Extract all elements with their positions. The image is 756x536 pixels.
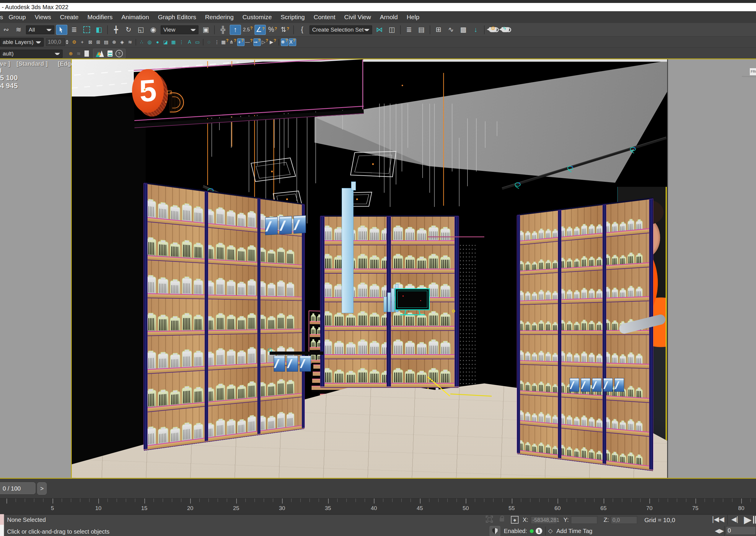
- snap-dots-icon[interactable]: ⋮: [213, 38, 221, 46]
- window-crossing-icon[interactable]: ◧: [93, 25, 105, 35]
- menu-item-create[interactable]: Create: [55, 11, 83, 23]
- face-snap-icon[interactable]: ▷: [261, 38, 269, 46]
- spinner-arrows[interactable]: [66, 40, 69, 44]
- z-field[interactable]: 0,0: [611, 516, 637, 524]
- align-icon[interactable]: ◫: [386, 25, 397, 35]
- keyboard-override-icon[interactable]: ↑: [230, 25, 241, 35]
- add-layer-icon[interactable]: ⊕: [67, 50, 74, 57]
- help-icon[interactable]: ?: [116, 50, 123, 57]
- menu-item-modifiers[interactable]: Modifiers: [83, 11, 117, 23]
- absolute-mode-icon[interactable]: ◆: [511, 516, 519, 523]
- viewport-label-pov[interactable]: ve ]: [0, 60, 10, 67]
- dots-column-icon[interactable]: ⋮: [178, 38, 185, 46]
- angle-snap-icon[interactable]: ∠: [255, 25, 266, 35]
- isolate-selection-icon[interactable]: [486, 516, 493, 523]
- preset-dropdown[interactable]: ault): [0, 50, 63, 58]
- menu-item-s[interactable]: s: [0, 11, 4, 23]
- schematic-view-icon[interactable]: ∿: [445, 25, 457, 35]
- layer-properties-icon[interactable]: ▤: [102, 38, 110, 46]
- select-move-icon[interactable]: ╋: [111, 25, 122, 35]
- select-by-name-icon[interactable]: ≣: [69, 25, 80, 35]
- clone-align-icon[interactable]: ◪: [162, 38, 169, 46]
- x-field[interactable]: -58348,281: [531, 516, 557, 524]
- viewport-scene[interactable]: 5Getto nextlevel: [72, 59, 667, 478]
- viewport-right-wall[interactable]: [668, 59, 756, 478]
- endpoint-snap-icon[interactable]: ▶: [269, 38, 277, 46]
- menu-item-help[interactable]: Help: [402, 11, 424, 23]
- midpoint-snap-icon[interactable]: ⊸: [254, 38, 261, 46]
- axis-constraint-icon[interactable]: X: [289, 38, 296, 46]
- spacing-tool-icon[interactable]: ●: [154, 38, 161, 46]
- pivot-snap-icon[interactable]: ⋔: [229, 38, 237, 46]
- new-layer-icon[interactable]: ⊕: [111, 38, 118, 46]
- menu-item-rendering[interactable]: Rendering: [200, 11, 238, 23]
- menu-item-animation[interactable]: Animation: [117, 11, 153, 23]
- add-to-layer-icon[interactable]: +: [79, 38, 86, 46]
- render-frame-icon[interactable]: ↓: [470, 25, 481, 35]
- select-rotate-icon[interactable]: ↻: [123, 25, 134, 35]
- snap-frozen-icon[interactable]: ❄: [281, 38, 288, 46]
- layer-list-icon[interactable]: ≋: [126, 38, 134, 46]
- vertex-snap-icon[interactable]: +: [237, 38, 245, 46]
- title-bar[interactable]: - Autodesk 3ds Max 2022: [0, 3, 756, 11]
- select-scale-icon[interactable]: ◱: [135, 25, 147, 35]
- menu-item-views[interactable]: Views: [30, 11, 55, 23]
- select-place-icon[interactable]: ◉: [148, 25, 159, 35]
- play-button[interactable]: ▶: [741, 514, 754, 525]
- measure-icon[interactable]: ▭: [194, 38, 201, 46]
- menu-item-group[interactable]: Group: [4, 11, 30, 23]
- edge-snap-icon[interactable]: —: [245, 38, 253, 46]
- report-document-icon[interactable]: [108, 50, 113, 57]
- mirror-icon[interactable]: ⋈: [374, 25, 385, 35]
- current-frame-field[interactable]: 0: [726, 526, 756, 535]
- key-mode-toggle[interactable]: ◀▶: [713, 527, 725, 534]
- mini-listener[interactable]: [0, 514, 4, 536]
- layers-dropdown[interactable]: able Layers): [0, 38, 44, 47]
- menu-item-arnold[interactable]: Arnold: [375, 11, 402, 23]
- copy-layer-icon[interactable]: ⊞: [94, 38, 102, 46]
- bind-spacewarp-icon[interactable]: ≋: [13, 25, 24, 35]
- time-slider[interactable]: 0 / 100: [0, 482, 35, 494]
- viewport-label-renderer[interactable]: [Standard ]: [17, 60, 48, 67]
- enabled-count-badge[interactable]: 1: [536, 528, 542, 534]
- array-icon[interactable]: ∴: [138, 38, 145, 46]
- activeshade-teapot-icon[interactable]: ϟ: [500, 25, 511, 35]
- snaps-toggle-icon[interactable]: 2.5: [242, 25, 254, 35]
- y-field[interactable]: [571, 516, 598, 524]
- percent-snap-icon[interactable]: %: [267, 25, 278, 35]
- selection-region-icon[interactable]: [81, 25, 92, 35]
- circle-dots-icon[interactable]: ◌: [205, 38, 213, 46]
- viewcube-front-chip[interactable]: FRON: [749, 68, 756, 76]
- menu-item-graph-editors[interactable]: Graph Editors: [154, 11, 201, 23]
- stack-icon[interactable]: ≋: [75, 50, 83, 57]
- layer-explorer-icon[interactable]: ▤: [416, 25, 427, 35]
- go-to-start-button[interactable]: |◀◀: [711, 515, 725, 523]
- populate-trees-icon[interactable]: [96, 50, 105, 57]
- use-pivot-center-icon[interactable]: ▣: [200, 25, 211, 35]
- layer-manager-icon[interactable]: ⚙: [71, 38, 78, 46]
- menu-item-scripting[interactable]: Scripting: [276, 11, 309, 23]
- previous-frame-button[interactable]: ◀|: [729, 515, 740, 523]
- next-frame-button[interactable]: >: [37, 482, 47, 495]
- menu-item-civil-view[interactable]: Civil View: [340, 11, 376, 23]
- render-setup-teapot-icon[interactable]: ⚙: [487, 25, 498, 35]
- grid-icon[interactable]: ▦: [170, 38, 177, 46]
- select-manipulate-icon[interactable]: ╬: [217, 25, 228, 35]
- viewport-left-wall[interactable]: [0, 59, 71, 478]
- material-editor-icon[interactable]: ▩: [458, 25, 469, 35]
- next-frame-partial-icon[interactable]: [753, 516, 754, 523]
- select-and-link-icon[interactable]: ∾: [1, 25, 12, 35]
- autogrid-icon[interactable]: A: [186, 38, 193, 46]
- selection-filter-dropdown[interactable]: All: [26, 25, 54, 34]
- bar-icon[interactable]: [83, 50, 90, 57]
- reference-coordinate-dropdown[interactable]: View: [161, 25, 198, 34]
- scene-explorer-icon[interactable]: ≣: [403, 25, 415, 35]
- named-selection-dropdown[interactable]: Create Selection Set: [309, 25, 372, 34]
- target-icon[interactable]: ◎: [146, 38, 153, 46]
- caddy-shield-button[interactable]: [490, 526, 500, 536]
- add-time-tag[interactable]: Add Time Tag: [556, 528, 592, 535]
- layer-spinner-field[interactable]: 100,0: [46, 38, 65, 46]
- spinner-snap-icon[interactable]: ⇅: [279, 25, 291, 35]
- menu-item-content[interactable]: Content: [309, 11, 340, 23]
- menu-item-customize[interactable]: Customize: [238, 11, 276, 23]
